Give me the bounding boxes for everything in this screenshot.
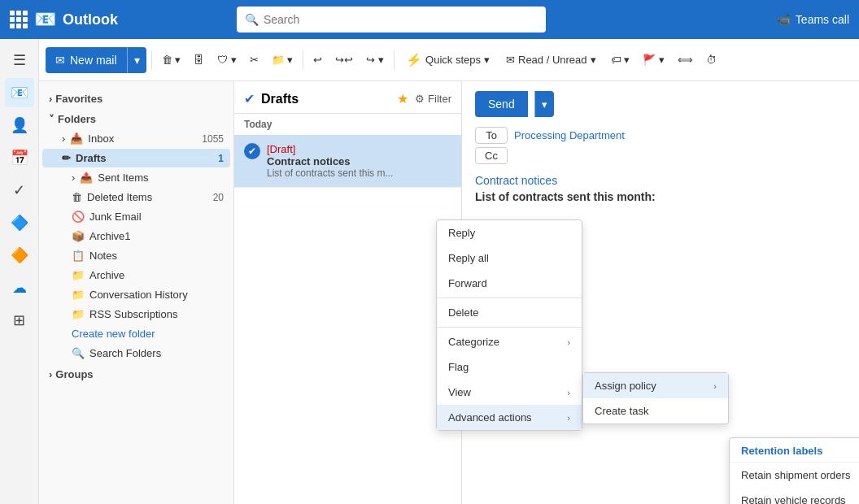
- email-check-icon: ✔: [244, 143, 260, 159]
- list-check-icon[interactable]: ✔: [244, 91, 255, 106]
- date-section: Today: [234, 114, 461, 135]
- sidebar-sent-items[interactable]: › 📤 Sent Items: [42, 168, 230, 187]
- chevron-down-icon: ˅: [49, 113, 55, 125]
- ctx-create-task[interactable]: Create task: [583, 398, 728, 424]
- ctx-reply-all[interactable]: Reply all: [437, 245, 582, 271]
- star-icon[interactable]: ★: [397, 91, 408, 106]
- undo-button[interactable]: ↩: [308, 47, 327, 73]
- rss-icon: 📁: [72, 308, 85, 320]
- context-menu: Reply Reply all Forward Delete Categoriz…: [436, 219, 582, 431]
- toolbar-area: ✉ New mail ▾ 🗑 ▾ 🗄 🛡 ▾ ✂ 📁 ▾ ↩ ↪↩ ↪ ▾ ⚡ …: [39, 39, 859, 504]
- archive-button[interactable]: 🗄: [189, 47, 209, 73]
- read-unread-button[interactable]: ✉ Read / Unread ▾: [499, 47, 603, 73]
- sidebar-inbox[interactable]: › 📥 Inbox 1055: [42, 129, 230, 148]
- groups-header[interactable]: › Groups: [39, 363, 233, 384]
- ctx-forward[interactable]: Forward: [437, 271, 582, 296]
- quick-steps-button[interactable]: ⚡ Quick steps ▾: [399, 47, 496, 73]
- pencil-icon: ✏: [62, 152, 71, 164]
- email-subject: Contract notices: [267, 155, 451, 167]
- ctx-reply[interactable]: Reply: [437, 220, 582, 245]
- nav-people[interactable]: 👤: [5, 111, 34, 140]
- send-button[interactable]: Send: [475, 91, 528, 117]
- ctx-reply-label: Reply: [448, 227, 475, 239]
- tag-button[interactable]: 🏷 ▾: [606, 47, 635, 73]
- nav-calendar[interactable]: 📅: [5, 143, 34, 172]
- ctx-flag[interactable]: Flag: [437, 354, 582, 380]
- sidebar-archive1[interactable]: 📦 Archive1: [42, 227, 230, 245]
- deleted-count: 20: [213, 192, 224, 203]
- sidebar-rss[interactable]: 📁 RSS Subscriptions: [42, 305, 230, 324]
- new-mail-main[interactable]: ✉ New mail: [46, 47, 127, 73]
- nav-apps[interactable]: 🔶: [5, 241, 34, 270]
- assign-policy-menu: Assign policy › Create task: [582, 372, 729, 424]
- folder-name: Drafts: [261, 92, 390, 106]
- sidebar-conversation-history[interactable]: 📁 Conversation History: [42, 285, 230, 304]
- email-preview: List of contracts sent this m...: [267, 167, 451, 179]
- create-folder-link[interactable]: Create new folder: [72, 328, 155, 340]
- lightning-icon: ⚡: [406, 52, 422, 67]
- notes-icon: 📋: [72, 250, 85, 262]
- sidebar-search-folders[interactable]: 🔍 Search Folders: [42, 344, 230, 363]
- archive-icon: 📦: [72, 230, 85, 242]
- folder-icon: 📁: [72, 269, 85, 281]
- sidebar-drafts[interactable]: ✏ Drafts 1: [42, 149, 230, 167]
- ctx-advanced-actions[interactable]: Advanced actions ›: [437, 405, 582, 430]
- redo-button[interactable]: ↪ ▾: [361, 47, 389, 73]
- ctx-assign-policy[interactable]: Assign policy ›: [583, 373, 728, 398]
- app-name: Outlook: [63, 11, 118, 28]
- top-bar: 📧 Outlook 🔍 📹 Teams call: [0, 0, 859, 39]
- sidebar-junk-email[interactable]: 🚫 Junk Email: [42, 207, 230, 226]
- delete-button[interactable]: 🗑 ▾: [157, 47, 186, 73]
- undo-all-button[interactable]: ↪↩: [330, 47, 358, 73]
- read-unread-arrow: ▾: [591, 54, 596, 66]
- sidebar-deleted-items[interactable]: 🗑 Deleted Items 20: [42, 188, 230, 206]
- ctx-delete-label: Delete: [448, 306, 479, 319]
- retention-shipment[interactable]: Retain shipment orders: [730, 463, 859, 488]
- nav-grid[interactable]: ⊞: [5, 306, 34, 335]
- search-bar[interactable]: 🔍: [237, 7, 546, 33]
- teams-call-button[interactable]: 📹 Teams call: [777, 13, 849, 26]
- junk-button[interactable]: 🛡 ▾: [212, 47, 242, 73]
- nav-hamburger[interactable]: ☰: [5, 46, 34, 75]
- sweep-button[interactable]: ✂: [245, 47, 264, 73]
- new-mail-dropdown[interactable]: ▾: [127, 47, 146, 73]
- sidebar-create-folder[interactable]: Create new folder: [42, 324, 230, 343]
- nav-mail[interactable]: 📧: [5, 78, 34, 107]
- to-label: To: [475, 127, 508, 144]
- new-mail-button[interactable]: ✉ New mail ▾: [46, 47, 146, 73]
- send-dropdown[interactable]: ▾: [534, 91, 554, 117]
- sidebar-notes[interactable]: 📋 Notes: [42, 246, 230, 265]
- waffle-icon[interactable]: [10, 11, 28, 28]
- ctx-view[interactable]: View ›: [437, 380, 582, 405]
- move-button[interactable]: 📁 ▾: [267, 47, 299, 73]
- ctx-delete[interactable]: Delete: [437, 300, 582, 325]
- flag-button[interactable]: 🚩 ▾: [638, 47, 669, 73]
- ctx-reply-all-label: Reply all: [448, 252, 489, 264]
- nav-teams[interactable]: 🔷: [5, 208, 34, 237]
- search-icon: 🔍: [245, 13, 259, 26]
- groups-label: Groups: [55, 368, 93, 380]
- nav-tasks[interactable]: ✓: [5, 176, 34, 205]
- folders-header[interactable]: ˅ Folders: [39, 108, 233, 128]
- inbox-icon: 📥: [70, 133, 83, 145]
- filter-button[interactable]: ⚙ Filter: [415, 93, 451, 105]
- teams-call-label: Teams call: [796, 13, 849, 26]
- ctx-assign-policy-arrow: ›: [713, 381, 717, 391]
- retention-vehicle[interactable]: Retain vehicle records: [730, 488, 859, 504]
- translate-button[interactable]: ⟺: [673, 47, 698, 73]
- ctx-assign-policy-label: Assign policy: [595, 380, 656, 392]
- ctx-divider-2: [437, 327, 582, 328]
- ctx-categorize[interactable]: Categorize ›: [437, 329, 582, 354]
- toolbar-separator-1: [151, 50, 152, 70]
- trash-icon: 🗑: [72, 191, 82, 203]
- nav-cloud[interactable]: ☁: [5, 273, 34, 302]
- ctx-view-arrow: ›: [567, 388, 570, 398]
- content-area: › Favorites ˅ Folders › 📥 Inbox 1055 ✏ D…: [39, 81, 859, 504]
- search-input[interactable]: [264, 13, 538, 26]
- chevron-right-icon: ›: [49, 368, 52, 380]
- history-button[interactable]: ⏱: [701, 47, 722, 73]
- sidebar-archive[interactable]: 📁 Archive: [42, 266, 230, 285]
- favorites-header[interactable]: › Favorites: [39, 88, 233, 108]
- chevron-right-icon: ›: [72, 172, 75, 184]
- email-item[interactable]: ✔ [Draft] Contract notices List of contr…: [234, 135, 461, 188]
